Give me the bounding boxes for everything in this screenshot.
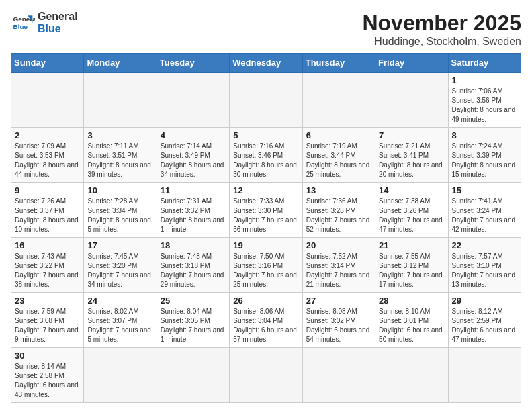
day-sun-info: Sunrise: 7:16 AMSunset: 3:46 PMDaylight:… [233, 142, 298, 179]
calendar-cell: 22Sunrise: 7:57 AMSunset: 3:10 PMDayligh… [448, 238, 521, 293]
calendar-cell: 9Sunrise: 7:26 AMSunset: 3:37 PMDaylight… [11, 183, 84, 238]
day-sun-info: Sunrise: 8:08 AMSunset: 3:02 PMDaylight:… [306, 307, 371, 345]
day-number: 26 [233, 295, 298, 306]
svg-text:Blue: Blue [13, 23, 28, 30]
calendar-cell [375, 348, 448, 403]
weekday-header-tuesday: Tuesday [157, 54, 229, 73]
day-sun-info: Sunrise: 7:48 AMSunset: 3:18 PMDaylight:… [161, 252, 226, 289]
calendar-cell: 27Sunrise: 8:08 AMSunset: 3:02 PMDayligh… [302, 293, 375, 348]
calendar-cell [448, 348, 521, 403]
calendar-cell: 26Sunrise: 8:06 AMSunset: 3:04 PMDayligh… [230, 293, 302, 348]
calendar-cell: 17Sunrise: 7:45 AMSunset: 3:20 PMDayligh… [84, 238, 157, 293]
day-number: 28 [379, 295, 444, 306]
day-sun-info: Sunrise: 7:57 AMSunset: 3:10 PMDaylight:… [452, 252, 517, 289]
calendar-week-row: 30Sunrise: 8:14 AMSunset: 2:58 PMDayligh… [11, 348, 521, 403]
calendar-cell: 30Sunrise: 8:14 AMSunset: 2:58 PMDayligh… [11, 348, 84, 403]
day-number: 30 [15, 351, 80, 361]
day-sun-info: Sunrise: 7:43 AMSunset: 3:22 PMDaylight:… [15, 252, 80, 289]
day-sun-info: Sunrise: 7:50 AMSunset: 3:16 PMDaylight:… [233, 252, 298, 289]
calendar-cell: 24Sunrise: 8:02 AMSunset: 3:07 PMDayligh… [84, 293, 157, 348]
day-sun-info: Sunrise: 7:06 AMSunset: 3:56 PMDaylight:… [452, 87, 517, 124]
day-number: 18 [161, 240, 226, 250]
day-number: 15 [452, 185, 517, 195]
calendar-cell [11, 73, 84, 128]
day-sun-info: Sunrise: 7:24 AMSunset: 3:39 PMDaylight:… [452, 142, 517, 179]
calendar-cell: 3Sunrise: 7:11 AMSunset: 3:51 PMDaylight… [84, 128, 157, 183]
calendar-cell: 25Sunrise: 8:04 AMSunset: 3:05 PMDayligh… [157, 293, 229, 348]
day-number: 7 [379, 130, 444, 140]
calendar-cell [375, 73, 448, 128]
calendar-week-row: 9Sunrise: 7:26 AMSunset: 3:37 PMDaylight… [11, 183, 521, 238]
calendar-cell: 2Sunrise: 7:09 AMSunset: 3:53 PMDaylight… [11, 128, 84, 183]
day-sun-info: Sunrise: 7:33 AMSunset: 3:30 PMDaylight:… [233, 197, 298, 234]
day-number: 11 [161, 185, 226, 195]
day-sun-info: Sunrise: 7:55 AMSunset: 3:12 PMDaylight:… [379, 252, 444, 289]
calendar-cell: 12Sunrise: 7:33 AMSunset: 3:30 PMDayligh… [230, 183, 302, 238]
calendar-cell: 16Sunrise: 7:43 AMSunset: 3:22 PMDayligh… [11, 238, 84, 293]
day-number: 20 [306, 240, 371, 250]
weekday-header-monday: Monday [84, 54, 157, 73]
calendar-cell: 20Sunrise: 7:52 AMSunset: 3:14 PMDayligh… [302, 238, 375, 293]
day-sun-info: Sunrise: 7:36 AMSunset: 3:28 PMDaylight:… [306, 197, 371, 234]
day-number: 6 [306, 130, 371, 140]
day-number: 13 [306, 185, 371, 195]
calendar-week-row: 2Sunrise: 7:09 AMSunset: 3:53 PMDaylight… [11, 128, 521, 183]
day-sun-info: Sunrise: 7:31 AMSunset: 3:32 PMDaylight:… [161, 197, 226, 234]
calendar-cell: 15Sunrise: 7:41 AMSunset: 3:24 PMDayligh… [448, 183, 521, 238]
calendar-week-row: 1Sunrise: 7:06 AMSunset: 3:56 PMDaylight… [11, 73, 521, 128]
general-blue-logo-icon: General Blue [11, 11, 35, 35]
day-number: 21 [379, 240, 444, 250]
day-number: 16 [15, 240, 80, 250]
day-sun-info: Sunrise: 7:41 AMSunset: 3:24 PMDaylight:… [452, 197, 517, 234]
day-number: 14 [379, 185, 444, 195]
day-sun-info: Sunrise: 8:02 AMSunset: 3:07 PMDaylight:… [87, 307, 152, 345]
calendar-cell: 14Sunrise: 7:38 AMSunset: 3:26 PMDayligh… [375, 183, 448, 238]
day-sun-info: Sunrise: 7:59 AMSunset: 3:08 PMDaylight:… [15, 307, 80, 345]
calendar-cell [84, 348, 157, 403]
logo: General Blue General Blue [11, 11, 78, 36]
day-sun-info: Sunrise: 7:21 AMSunset: 3:41 PMDaylight:… [379, 142, 444, 179]
day-sun-info: Sunrise: 8:12 AMSunset: 2:59 PMDaylight:… [452, 307, 517, 345]
weekday-header-saturday: Saturday [448, 54, 521, 73]
day-sun-info: Sunrise: 7:45 AMSunset: 3:20 PMDaylight:… [87, 252, 152, 289]
day-sun-info: Sunrise: 7:52 AMSunset: 3:14 PMDaylight:… [306, 252, 371, 289]
day-number: 5 [233, 130, 298, 140]
day-sun-info: Sunrise: 7:09 AMSunset: 3:53 PMDaylight:… [15, 142, 80, 179]
day-number: 23 [15, 295, 80, 306]
calendar-cell: 1Sunrise: 7:06 AMSunset: 3:56 PMDaylight… [448, 73, 521, 128]
day-sun-info: Sunrise: 7:26 AMSunset: 3:37 PMDaylight:… [15, 197, 80, 234]
day-number: 29 [452, 295, 517, 306]
calendar-cell: 21Sunrise: 7:55 AMSunset: 3:12 PMDayligh… [375, 238, 448, 293]
day-sun-info: Sunrise: 8:10 AMSunset: 3:01 PMDaylight:… [379, 307, 444, 345]
day-sun-info: Sunrise: 7:28 AMSunset: 3:34 PMDaylight:… [87, 197, 152, 234]
day-sun-info: Sunrise: 8:06 AMSunset: 3:04 PMDaylight:… [233, 307, 298, 345]
calendar-cell: 8Sunrise: 7:24 AMSunset: 3:39 PMDaylight… [448, 128, 521, 183]
calendar-cell [157, 348, 229, 403]
day-sun-info: Sunrise: 7:19 AMSunset: 3:44 PMDaylight:… [306, 142, 371, 179]
day-number: 10 [87, 185, 152, 195]
calendar-table: SundayMondayTuesdayWednesdayThursdayFrid… [11, 53, 521, 403]
day-number: 22 [452, 240, 517, 250]
day-sun-info: Sunrise: 8:14 AMSunset: 2:58 PMDaylight:… [15, 362, 80, 400]
calendar-cell [230, 73, 302, 128]
calendar-cell: 5Sunrise: 7:16 AMSunset: 3:46 PMDaylight… [230, 128, 302, 183]
day-number: 17 [87, 240, 152, 250]
weekday-header-sunday: Sunday [11, 54, 84, 73]
day-number: 12 [233, 185, 298, 195]
calendar-cell: 29Sunrise: 8:12 AMSunset: 2:59 PMDayligh… [448, 293, 521, 348]
day-sun-info: Sunrise: 7:14 AMSunset: 3:49 PMDaylight:… [161, 142, 226, 179]
day-number: 4 [161, 130, 226, 140]
day-number: 3 [87, 130, 152, 140]
calendar-cell: 6Sunrise: 7:19 AMSunset: 3:44 PMDaylight… [302, 128, 375, 183]
calendar-cell: 11Sunrise: 7:31 AMSunset: 3:32 PMDayligh… [157, 183, 229, 238]
day-sun-info: Sunrise: 7:11 AMSunset: 3:51 PMDaylight:… [87, 142, 152, 179]
calendar-cell: 19Sunrise: 7:50 AMSunset: 3:16 PMDayligh… [230, 238, 302, 293]
weekday-header-thursday: Thursday [302, 54, 375, 73]
day-number: 25 [161, 295, 226, 306]
calendar-cell [302, 73, 375, 128]
page-header: General Blue General Blue November 2025 … [11, 11, 521, 48]
calendar-cell: 23Sunrise: 7:59 AMSunset: 3:08 PMDayligh… [11, 293, 84, 348]
calendar-cell: 10Sunrise: 7:28 AMSunset: 3:34 PMDayligh… [84, 183, 157, 238]
day-number: 19 [233, 240, 298, 250]
calendar-cell [302, 348, 375, 403]
